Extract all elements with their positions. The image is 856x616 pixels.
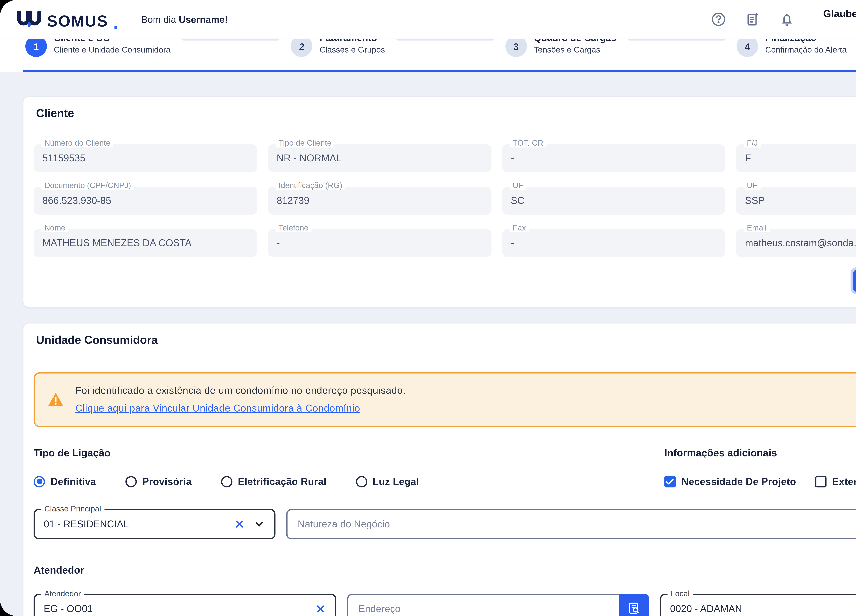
endereco-input[interactable]: [357, 602, 611, 615]
local-group: Local 0020 - ADAMAN: [660, 594, 856, 616]
step-3-number: 3: [505, 39, 527, 57]
user-mode: Presencial: [823, 20, 856, 31]
step-2-number: 2: [291, 39, 313, 57]
chevron-down-icon[interactable]: [253, 518, 265, 530]
cliente-card-title: Cliente: [36, 107, 74, 120]
somus-logo-icon: [17, 11, 42, 28]
field-fj: F/J F: [736, 144, 856, 172]
field-nome: Nome MATHEUS MENEZES DA COSTA: [34, 229, 257, 257]
field-identificacao-rg: Identificação (RG) 812739: [268, 187, 491, 215]
radio-icon[interactable]: [356, 476, 367, 487]
informacoes-adicionais-title: Informações adicionais: [664, 447, 856, 459]
natureza-negocio-input[interactable]: [296, 518, 856, 530]
greeting-text: Bom dia Username!: [141, 14, 228, 25]
informacoes-adicionais-group: Necessidade De Projeto Extensão Da Rede: [664, 476, 856, 487]
greeting-username: Username!: [179, 14, 228, 25]
field-uf: UF SC: [502, 187, 725, 215]
document-search-icon: [627, 602, 642, 616]
atendedor-fields-row: Atendedor EG - OO01: [23, 594, 856, 616]
step-4-number: 4: [737, 39, 758, 57]
condominio-warning-banner: Foi identificado a existência de um cond…: [34, 372, 856, 427]
checkbox-extensao-rede[interactable]: Extensão Da Rede: [815, 476, 856, 487]
alterar-titular-button[interactable]: ALTERAR TITULAR: [853, 270, 856, 292]
atendedor-field[interactable]: Atendedor EG - OO01: [34, 594, 336, 616]
field-uf-orgao: UF SSP: [736, 187, 856, 215]
field-numero-cliente: Número do Cliente 51159535: [34, 144, 257, 172]
clear-x-icon[interactable]: [315, 603, 326, 614]
tipo-ligacao-radio-group: Definitiva Provisória Eletrificação Rura…: [34, 476, 419, 487]
warning-message: Foi identificado a existência de um cond…: [75, 383, 406, 398]
natureza-negocio-field[interactable]: [286, 509, 856, 539]
warning-triangle-icon: [48, 392, 64, 407]
vincular-condominio-link[interactable]: Clique aqui para Vincular Unidade Consum…: [75, 401, 360, 416]
step-1-cliente-uc[interactable]: 1 Cliente e UC Cliente e Unidade Consumi…: [25, 39, 171, 57]
field-tipo-cliente: Tipo de Cliente NR - NORMAL: [268, 144, 491, 172]
step-3-quadro-cargas[interactable]: 3 Quadro de Cargas Tensões e Cargas: [505, 39, 616, 57]
radio-provisoria[interactable]: Provisória: [125, 476, 192, 487]
clear-x-icon[interactable]: [234, 518, 245, 530]
endereco-group: [347, 594, 649, 616]
app-screen: somus . Bom dia Username!: [0, 0, 856, 616]
radio-icon[interactable]: [221, 476, 232, 487]
tipo-ligacao-title: Tipo de Ligação: [34, 447, 419, 459]
step-1-title: Cliente e UC: [54, 39, 171, 44]
radio-eletrificacao-rural[interactable]: Eletrificação Rural: [221, 476, 326, 487]
endereco-field[interactable]: [347, 594, 619, 616]
atendedor-section-title: Atendedor: [23, 564, 856, 576]
step-4-subtitle: Confirmação do Alerta: [765, 44, 847, 56]
step-2-title: Faturamento: [319, 39, 385, 44]
radio-luz-legal[interactable]: Luz Legal: [356, 476, 419, 487]
app-header: somus . Bom dia Username!: [0, 0, 856, 39]
logo-wordmark: somus: [47, 14, 108, 28]
radio-icon[interactable]: [125, 476, 137, 487]
note-add-icon[interactable]: [745, 11, 761, 28]
notifications-bell-icon[interactable]: [779, 11, 795, 28]
checkbox-checked-icon[interactable]: [664, 476, 676, 487]
step-connector: [396, 39, 494, 40]
user-info[interactable]: Glauber Elissom Presencial: [823, 8, 856, 31]
cliente-fields-grid: Número do Cliente 51159535 Tipo de Clien…: [34, 144, 856, 257]
step-connector: [628, 39, 725, 40]
cliente-card: Cliente Número do Cliente 51159535 Tipo …: [23, 96, 856, 308]
field-email: Email matheus.costam@sonda.com: [736, 229, 856, 257]
radio-definitiva[interactable]: Definitiva: [34, 476, 96, 487]
step-connector: [182, 39, 280, 40]
endereco-search-button[interactable]: [619, 594, 649, 616]
unidade-consumidora-card: Unidade Consumidora Foi identificado a e…: [23, 323, 856, 616]
checkbox-necessidade-projeto[interactable]: Necessidade De Projeto: [664, 476, 796, 487]
step-1-subtitle: Cliente e Unidade Consumidora: [54, 44, 171, 56]
options-section: Tipo de Ligação Definitiva Provisória El…: [23, 427, 856, 487]
wizard-stepper: 1 Cliente e UC Cliente e Unidade Consumi…: [0, 39, 856, 72]
step-2-faturamento[interactable]: 2 Faturamento Classes e Grupos: [291, 39, 385, 57]
classe-principal-select[interactable]: Classe Principal 01 - RESIDENCIAL: [34, 509, 276, 539]
checkbox-unchecked-icon[interactable]: [815, 476, 827, 487]
step-3-subtitle: Tensões e Cargas: [534, 44, 616, 56]
radio-selected-icon[interactable]: [34, 476, 45, 487]
unidade-card-title: Unidade Consumidora: [36, 334, 158, 347]
field-telefone: Telefone -: [268, 229, 491, 257]
classe-natureza-row: Classe Principal 01 - RESIDENCIAL: [23, 509, 856, 539]
somus-logo[interactable]: somus .: [17, 11, 119, 28]
user-name: Glauber Elissom: [823, 8, 856, 20]
step-3-title: Quadro de Cargas: [534, 39, 616, 44]
step-4-finalizacao[interactable]: 4 Finalização Confirmação do Alerta: [737, 39, 847, 57]
logo-dot: .: [113, 18, 119, 28]
step-4-title: Finalização: [765, 39, 847, 44]
active-step-indicator: [23, 70, 856, 72]
local-field[interactable]: Local 0020 - ADAMAN: [660, 594, 856, 616]
field-tot-cr: TOT. CR -: [502, 144, 725, 172]
step-1-number: 1: [25, 39, 47, 57]
field-documento: Documento (CPF/CNPJ) 866.523.930-85: [34, 187, 257, 215]
help-icon[interactable]: [710, 11, 727, 28]
field-fax: Fax -: [502, 229, 725, 257]
step-2-subtitle: Classes e Grupos: [319, 44, 385, 56]
